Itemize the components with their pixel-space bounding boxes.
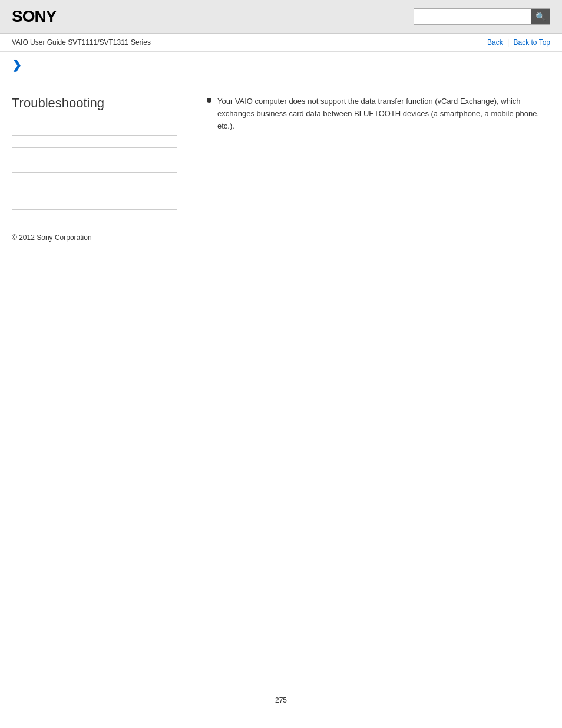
nav-bar: VAIO User Guide SVT1111/SVT1311 Series B… xyxy=(0,34,562,52)
list-item xyxy=(12,185,177,197)
list-item xyxy=(12,136,177,148)
chevron-right-icon: ❯ xyxy=(12,58,22,71)
list-item xyxy=(12,173,177,185)
page-number: 275 xyxy=(0,684,562,716)
nav-title: VAIO User Guide SVT1111/SVT1311 Series xyxy=(12,38,151,47)
copyright-text: © 2012 Sony Corporation xyxy=(12,233,92,242)
bullet-text: Your VAIO computer does not support the … xyxy=(217,95,550,132)
list-item xyxy=(12,197,177,210)
page-header: SONY 🔍 xyxy=(0,0,562,34)
sidebar: Troubleshooting xyxy=(12,95,189,210)
nav-links: Back | Back to Top xyxy=(487,38,550,47)
bullet-item: Your VAIO computer does not support the … xyxy=(207,95,550,144)
list-item xyxy=(12,123,177,136)
list-item xyxy=(12,148,177,160)
search-container: 🔍 xyxy=(414,8,550,25)
list-item xyxy=(12,160,177,173)
search-input[interactable] xyxy=(414,8,531,25)
bullet-dot xyxy=(207,98,211,103)
chevron-area: ❯ xyxy=(0,52,562,84)
back-link[interactable]: Back xyxy=(487,38,503,47)
sony-logo: SONY xyxy=(12,7,56,26)
back-to-top-link[interactable]: Back to Top xyxy=(514,38,550,47)
content-area: Troubleshooting Your VAIO computer does … xyxy=(0,84,562,222)
separator: | xyxy=(507,38,509,47)
search-icon: 🔍 xyxy=(535,12,546,21)
sidebar-title: Troubleshooting xyxy=(12,95,177,116)
main-content: Your VAIO computer does not support the … xyxy=(189,95,550,210)
sidebar-links xyxy=(12,123,177,210)
footer-copyright: © 2012 Sony Corporation xyxy=(0,222,562,248)
search-button[interactable]: 🔍 xyxy=(531,8,550,25)
